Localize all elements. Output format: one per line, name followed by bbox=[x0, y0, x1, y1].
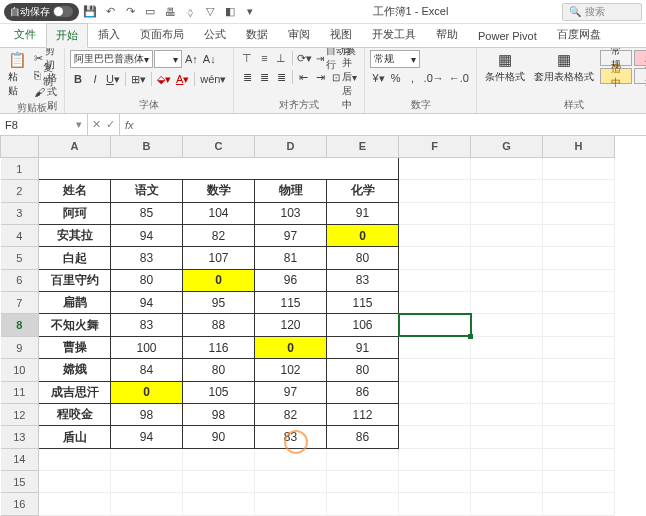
tab-4[interactable]: 公式 bbox=[194, 22, 236, 47]
tab-11[interactable]: 百度网盘 bbox=[547, 22, 611, 47]
qat-icon-1[interactable]: ⎀ bbox=[181, 3, 199, 21]
style-calc[interactable]: 计算 bbox=[634, 68, 646, 84]
cell-D4[interactable]: 97 bbox=[255, 224, 327, 246]
cell-H8[interactable] bbox=[543, 314, 615, 336]
align-bottom-button[interactable]: ⊥ bbox=[273, 50, 289, 66]
col-header-D[interactable]: D bbox=[255, 136, 327, 157]
paste-button[interactable]: 📋 粘贴 bbox=[5, 50, 29, 99]
tab-6[interactable]: 审阅 bbox=[278, 22, 320, 47]
cell-B2[interactable]: 语文 bbox=[111, 180, 183, 202]
cell-B15[interactable] bbox=[111, 471, 183, 493]
row-header-1[interactable]: 1 bbox=[1, 157, 39, 179]
italic-button[interactable]: I bbox=[87, 71, 103, 87]
cell-F3[interactable] bbox=[399, 202, 471, 224]
cell-B11[interactable]: 0 bbox=[111, 381, 183, 403]
increase-font-button[interactable]: A↑ bbox=[183, 51, 200, 67]
col-header-B[interactable]: B bbox=[111, 136, 183, 157]
underline-button[interactable]: U▾ bbox=[104, 71, 122, 87]
cell-F1[interactable] bbox=[399, 157, 471, 179]
cell-C15[interactable] bbox=[183, 471, 255, 493]
cell-E9[interactable]: 91 bbox=[327, 336, 399, 358]
cell-D13[interactable]: 83 bbox=[255, 426, 327, 448]
cell-A14[interactable] bbox=[39, 448, 111, 470]
col-header-C[interactable]: C bbox=[183, 136, 255, 157]
tab-0[interactable]: 文件 bbox=[4, 22, 46, 47]
row-header-15[interactable]: 15 bbox=[1, 471, 39, 493]
name-box[interactable]: F8▾ bbox=[0, 114, 88, 135]
cell-F12[interactable] bbox=[399, 403, 471, 425]
col-header-A[interactable]: A bbox=[39, 136, 111, 157]
cell-E11[interactable]: 86 bbox=[327, 381, 399, 403]
fx-icon[interactable]: fx bbox=[120, 114, 139, 135]
cell-C6[interactable]: 0 bbox=[183, 269, 255, 291]
cell-A5[interactable]: 白起 bbox=[39, 247, 111, 269]
cell-D5[interactable]: 81 bbox=[255, 247, 327, 269]
cell-F6[interactable] bbox=[399, 269, 471, 291]
cell-G8[interactable] bbox=[471, 314, 543, 336]
cell-A13[interactable]: 盾山 bbox=[39, 426, 111, 448]
cell-G13[interactable] bbox=[471, 426, 543, 448]
cell-H13[interactable] bbox=[543, 426, 615, 448]
cell-H2[interactable] bbox=[543, 180, 615, 202]
cell-E13[interactable]: 86 bbox=[327, 426, 399, 448]
cell-A4[interactable]: 安其拉 bbox=[39, 224, 111, 246]
cell-B8[interactable]: 83 bbox=[111, 314, 183, 336]
cell-E10[interactable]: 80 bbox=[327, 359, 399, 381]
cell-D6[interactable]: 96 bbox=[255, 269, 327, 291]
row-header-9[interactable]: 9 bbox=[1, 336, 39, 358]
cell-H6[interactable] bbox=[543, 269, 615, 291]
cell-F10[interactable] bbox=[399, 359, 471, 381]
cell-G12[interactable] bbox=[471, 403, 543, 425]
decrease-indent-button[interactable]: ⇤ bbox=[296, 69, 312, 85]
align-right-button[interactable]: ≣ bbox=[273, 69, 289, 85]
percent-button[interactable]: % bbox=[388, 70, 404, 86]
wrap-text-button[interactable]: ⇥自动换行 bbox=[314, 50, 360, 66]
align-center-button[interactable]: ≣ bbox=[256, 69, 272, 85]
increase-indent-button[interactable]: ⇥ bbox=[313, 69, 329, 85]
cell-E12[interactable]: 112 bbox=[327, 403, 399, 425]
tab-3[interactable]: 页面布局 bbox=[130, 22, 194, 47]
cancel-icon[interactable]: ✕ bbox=[92, 118, 101, 131]
cell-B5[interactable]: 83 bbox=[111, 247, 183, 269]
qat-dropdown-icon[interactable]: ▾ bbox=[241, 3, 259, 21]
font-color-button[interactable]: A▾ bbox=[174, 71, 191, 87]
cell-G5[interactable] bbox=[471, 247, 543, 269]
cell-E7[interactable]: 115 bbox=[327, 292, 399, 314]
cell-G15[interactable] bbox=[471, 471, 543, 493]
cell-B10[interactable]: 84 bbox=[111, 359, 183, 381]
new-icon[interactable]: ▭ bbox=[141, 3, 159, 21]
cell-D8[interactable]: 120 bbox=[255, 314, 327, 336]
cell-G7[interactable] bbox=[471, 292, 543, 314]
cell-A2[interactable]: 姓名 bbox=[39, 180, 111, 202]
cell-C3[interactable]: 104 bbox=[183, 202, 255, 224]
row-header-13[interactable]: 13 bbox=[1, 426, 39, 448]
decrease-decimal-button[interactable]: ←.0 bbox=[447, 70, 471, 86]
cell-A11[interactable]: 成吉思汗 bbox=[39, 381, 111, 403]
print-icon[interactable]: 🖶 bbox=[161, 3, 179, 21]
tab-7[interactable]: 视图 bbox=[320, 22, 362, 47]
cell-E16[interactable] bbox=[327, 493, 399, 516]
cell-F9[interactable] bbox=[399, 336, 471, 358]
cell-H15[interactable] bbox=[543, 471, 615, 493]
cell-F16[interactable] bbox=[399, 493, 471, 516]
decrease-font-button[interactable]: A↓ bbox=[201, 51, 218, 67]
cell-B14[interactable] bbox=[111, 448, 183, 470]
border-button[interactable]: ⊞▾ bbox=[129, 71, 148, 87]
cell-A10[interactable]: 嫦娥 bbox=[39, 359, 111, 381]
font-size-select[interactable]: ▾ bbox=[154, 50, 182, 68]
cell-F7[interactable] bbox=[399, 292, 471, 314]
cell-H1[interactable] bbox=[543, 157, 615, 179]
row-header-11[interactable]: 11 bbox=[1, 381, 39, 403]
qat-icon-2[interactable]: ◧ bbox=[221, 3, 239, 21]
cell-D15[interactable] bbox=[255, 471, 327, 493]
cell-D12[interactable]: 82 bbox=[255, 403, 327, 425]
search-input[interactable]: 🔍 搜索 bbox=[562, 3, 642, 21]
cell-C14[interactable] bbox=[183, 448, 255, 470]
cell-A12[interactable]: 程咬金 bbox=[39, 403, 111, 425]
cell-C5[interactable]: 107 bbox=[183, 247, 255, 269]
cell-G4[interactable] bbox=[471, 224, 543, 246]
align-left-button[interactable]: ≣ bbox=[239, 69, 255, 85]
cell-D3[interactable]: 103 bbox=[255, 202, 327, 224]
col-header-E[interactable]: E bbox=[327, 136, 399, 157]
formula-input[interactable] bbox=[139, 114, 646, 135]
